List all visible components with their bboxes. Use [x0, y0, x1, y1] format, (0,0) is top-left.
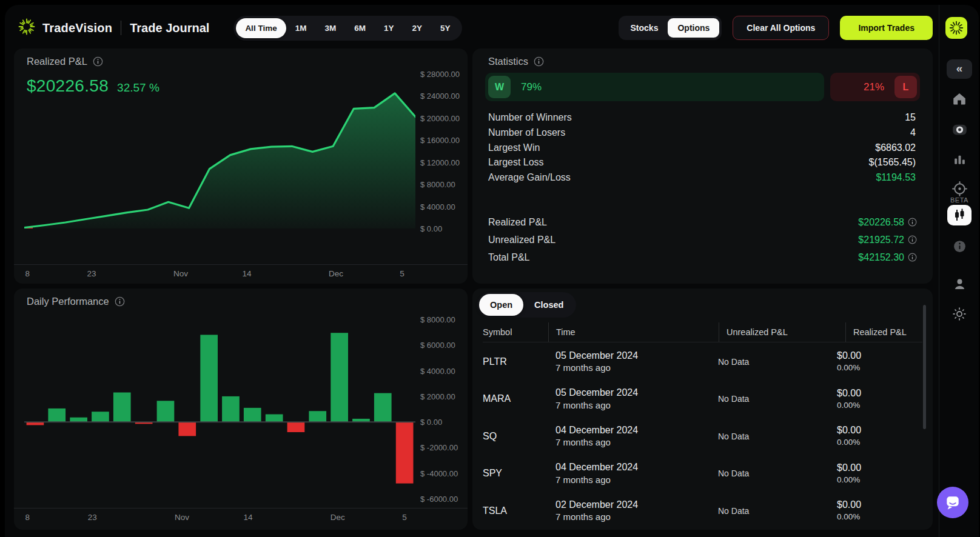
- time-filter-1y[interactable]: 1Y: [375, 18, 403, 38]
- realized-percent: 0.00%: [837, 475, 922, 485]
- info-icon[interactable]: [908, 253, 917, 262]
- positions-table-header: Symbol Time Unrealized P&L Realized P&L: [483, 322, 922, 342]
- sidebar-logo-button[interactable]: [945, 17, 967, 39]
- time-filter-1m[interactable]: 1M: [286, 18, 316, 38]
- cell-symbol: MARA: [483, 393, 548, 404]
- column-header-unrealized: Unrealized P&L: [719, 322, 845, 342]
- position-age: 7 months ago: [555, 436, 711, 449]
- cell-unrealized: No Data: [711, 394, 830, 404]
- bar-chart-icon[interactable]: [947, 150, 972, 169]
- stat-row-0: Number of Winners15: [488, 110, 916, 125]
- x-axis-label: Nov: [175, 513, 189, 522]
- y-axis-label: $ 0.00: [420, 418, 442, 427]
- stat-label: Largest Loss: [488, 157, 544, 168]
- time-filter-5y[interactable]: 5Y: [431, 18, 460, 38]
- info-icon[interactable]: [534, 56, 544, 67]
- pnl-value: $42152.30: [858, 252, 904, 263]
- cell-time: 04 December 20247 months ago: [548, 461, 711, 485]
- stat-label: Number of Winners: [488, 112, 572, 123]
- x-axis-label: 14: [242, 269, 251, 278]
- cell-symbol: TSLA: [483, 505, 548, 516]
- stat-label: Average Gain/Loss: [488, 172, 571, 183]
- info-circle-icon[interactable]: [947, 236, 972, 256]
- beta-badge: BETA: [939, 196, 979, 204]
- table-scrollbar[interactable]: [923, 305, 926, 429]
- cell-realized: $0.000.00%: [830, 499, 922, 522]
- options-candlestick-icon[interactable]: [947, 205, 972, 225]
- realized-percent: 0.00%: [837, 362, 922, 373]
- pnl-value-group: $42152.30: [858, 252, 917, 263]
- info-icon[interactable]: [908, 218, 917, 227]
- table-row-pltr[interactable]: PLTR05 December 20247 months agoNo Data$…: [483, 343, 922, 381]
- cell-unrealized: No Data: [711, 432, 830, 441]
- y-axis-label: $ 8000.00: [420, 180, 455, 189]
- table-row-mara[interactable]: MARA05 December 20247 months agoNo Data$…: [483, 381, 922, 418]
- asset-toggle-stocks[interactable]: Stocks: [621, 18, 668, 38]
- realized-pnl-title: Realized P&L: [27, 56, 103, 67]
- info-icon[interactable]: [93, 56, 103, 67]
- table-row-sq[interactable]: SQ04 December 20247 months agoNo Data$0.…: [483, 418, 922, 455]
- cell-symbol: PLTR: [483, 356, 548, 367]
- stat-value: $6863.02: [875, 142, 916, 153]
- cell-time: 02 December 20247 months ago: [548, 499, 711, 523]
- top-right-controls: StocksOptions Clear All Options Import T…: [619, 16, 933, 40]
- table-row-tsla[interactable]: TSLA02 December 20247 months agoNo Data$…: [483, 492, 922, 530]
- equity-curve-y-axis: $ 28000.00$ 24000.00$ 20000.00$ 16000.00…: [420, 74, 465, 228]
- target-icon[interactable]: [947, 179, 972, 198]
- cell-realized: $0.000.00%: [830, 350, 922, 373]
- x-axis-label: 5: [402, 513, 407, 522]
- position-age: 7 months ago: [555, 362, 711, 374]
- time-filter-6m[interactable]: 6M: [345, 18, 375, 38]
- y-axis-label: $ -4000.00: [420, 469, 458, 478]
- time-filter-2y[interactable]: 2Y: [403, 18, 431, 38]
- y-axis-label: $ -2000.00: [420, 443, 458, 452]
- theme-icon[interactable]: [947, 304, 972, 324]
- realized-percent: 0.00%: [837, 400, 922, 411]
- import-trades-button[interactable]: Import Trades: [840, 16, 933, 40]
- statistics-card: Statistics W 79% 21% L Number of Winners…: [472, 48, 933, 284]
- position-age: 7 months ago: [555, 399, 711, 412]
- position-date: 04 December 2024: [555, 461, 711, 474]
- profile-icon[interactable]: [947, 274, 972, 293]
- cell-unrealized: No Data: [711, 506, 830, 516]
- stat-value: 15: [905, 112, 916, 123]
- pnl-label: Realized P&L: [488, 217, 547, 228]
- stat-row-1: Number of Losers4: [488, 125, 916, 141]
- pnl-value: $21925.72: [858, 235, 904, 245]
- x-axis-label: 23: [88, 513, 97, 522]
- info-icon[interactable]: [908, 235, 917, 244]
- cell-realized: $0.000.00%: [830, 424, 922, 448]
- daily-performance-card: Daily Performance $ 8000.00$ 6000.00$ 40…: [14, 289, 468, 530]
- pnl-value: $20226.58: [858, 217, 904, 228]
- asset-toggle-group: StocksOptions: [619, 16, 722, 40]
- time-filter-3m[interactable]: 3M: [315, 18, 345, 38]
- tab-open[interactable]: Open: [479, 294, 523, 316]
- table-row-spy[interactable]: SPY04 December 20247 months agoNo Data$0…: [483, 455, 922, 493]
- y-axis-label: $ 8000.00: [420, 315, 455, 324]
- info-icon[interactable]: [115, 296, 125, 307]
- realized-pnl-card: Realized P&L $20226.58 32.57 % $ 28000.0…: [14, 48, 468, 284]
- home-icon[interactable]: [947, 89, 972, 108]
- chat-button[interactable]: [937, 487, 968, 518]
- x-axis-line: [14, 508, 468, 509]
- stat-row-3: Largest Loss$(1565.45): [488, 155, 916, 170]
- cell-symbol: SQ: [483, 431, 548, 442]
- time-filter-all-time[interactable]: All Time: [236, 18, 286, 38]
- collapse-sidebar-icon[interactable]: «: [947, 59, 972, 79]
- y-axis-label: $ 6000.00: [420, 341, 455, 350]
- y-axis-label: $ 4000.00: [420, 366, 455, 375]
- cell-time: 04 December 20247 months ago: [548, 424, 711, 449]
- right-sidebar: «: [939, 5, 979, 537]
- statistics-title: Statistics: [488, 56, 544, 67]
- x-axis-label: 8: [25, 513, 30, 522]
- clear-all-options-button[interactable]: Clear All Options: [733, 16, 829, 40]
- time-filter-group: All Time1M3M6M1Y2Y5Y: [233, 16, 461, 41]
- daily-performance-y-axis: $ 8000.00$ 6000.00$ 4000.00$ 2000.00$ 0.…: [420, 319, 465, 499]
- y-axis-label: $ 2000.00: [420, 392, 455, 401]
- watchlist-icon[interactable]: [947, 119, 972, 139]
- asset-toggle-options[interactable]: Options: [668, 18, 719, 38]
- pnl-value-group: $20226.58: [858, 217, 917, 228]
- loss-badge: L: [894, 76, 917, 98]
- pnl-label: Unrealized P&L: [488, 235, 555, 245]
- tab-closed[interactable]: Closed: [523, 294, 574, 316]
